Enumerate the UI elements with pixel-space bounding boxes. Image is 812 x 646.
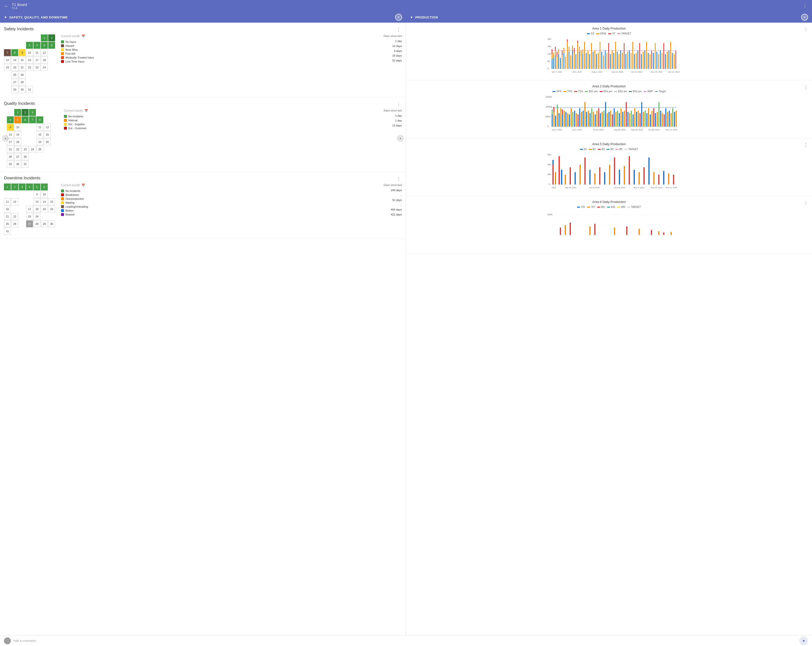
mti-days: 16 days xyxy=(382,53,402,58)
svg-rect-76 xyxy=(638,50,638,69)
svg-rect-151 xyxy=(609,112,609,127)
cal-cell-30: 30 xyxy=(19,86,26,93)
cal-cell-17: 17 xyxy=(34,56,40,64)
chevron-down-icon-right: ▼ xyxy=(410,15,413,19)
quality-more-button[interactable]: ⋮ xyxy=(395,101,402,108)
svg-rect-44 xyxy=(582,49,583,54)
a5-b2: B2 xyxy=(589,148,596,151)
downtime-more-button[interactable]: ⋮ xyxy=(395,176,402,182)
ext-supplier-label: Ext - Supplier xyxy=(69,123,85,126)
downtime-legend: Current month 📅 No incidents Breakdown O… xyxy=(59,183,378,217)
svg-rect-147 xyxy=(601,112,603,127)
801-color xyxy=(597,207,600,208)
b5-color xyxy=(615,149,618,150)
ext-customer-days: 11 days xyxy=(382,123,402,128)
safety-month-selector[interactable]: Current month 📅 xyxy=(61,34,378,38)
top-bar: ← T1 Board T1-8 ⋮ xyxy=(0,0,812,12)
cal-cell-6: 6 xyxy=(48,42,55,49)
svg-rect-247 xyxy=(569,222,571,235)
legend-hazard: Hazard xyxy=(61,44,378,47)
area2-more-button[interactable]: ⋮ xyxy=(804,84,808,90)
safety-days-since: Days since last 1 day 12 days 3 days 16 … xyxy=(382,34,402,63)
svg-rect-75 xyxy=(636,53,636,69)
ext-supplier-days: 1 day xyxy=(382,118,402,123)
area2-legend: OPS TPD TSS BS1 am BS1 pm xyxy=(410,90,808,93)
waiting-color xyxy=(61,201,64,204)
cal-cell-8: 8 xyxy=(11,49,18,56)
svg-rect-49 xyxy=(591,43,592,69)
svg-rect-208 xyxy=(555,172,556,184)
qcal-28: 28 xyxy=(21,153,29,160)
svg-rect-95 xyxy=(670,42,671,69)
area1-more-button[interactable]: ⋮ xyxy=(804,27,808,32)
qcal-18: 18 xyxy=(14,139,21,145)
cal-empty xyxy=(51,161,58,168)
add-comment-label[interactable]: Add a comment xyxy=(13,639,36,643)
dcal-15: 15 xyxy=(48,198,55,205)
a2-tpd: TPD xyxy=(563,90,572,93)
safety-more-button[interactable]: ⋮ xyxy=(395,27,402,33)
area1-chart: 200 150 100 50 0 xyxy=(410,37,808,76)
add-left-button[interactable]: + xyxy=(395,14,402,21)
cal-empty xyxy=(29,139,36,145)
quality-next-button[interactable]: › xyxy=(397,135,404,142)
cal-empty xyxy=(19,42,26,49)
cal-cell-28: 28 xyxy=(19,79,26,85)
svg-rect-51 xyxy=(594,50,595,69)
svg-rect-224 xyxy=(629,156,630,184)
842-color xyxy=(607,207,610,208)
svg-rect-83 xyxy=(650,54,650,69)
svg-rect-231 xyxy=(663,171,664,184)
cal-cell-12: 12 xyxy=(41,49,48,56)
svg-rect-227 xyxy=(643,167,645,184)
motion-label: Motion xyxy=(66,209,73,212)
svg-rect-66 xyxy=(620,50,621,69)
qcal-11: 11 xyxy=(37,124,43,131)
cal-cell-29: 29 xyxy=(11,86,18,93)
quality-days-since: Days since last 1 day 1 day 11 days xyxy=(382,109,402,128)
svg-text:200: 200 xyxy=(548,173,551,176)
legend-no-incidents-d: No incidents xyxy=(61,189,378,192)
svg-rect-177 xyxy=(653,108,654,127)
right-panel: Area 1 Daily Production ⋮ G3 GP65 XT xyxy=(406,23,812,645)
cal-cell-23: 23 xyxy=(34,64,40,71)
svg-rect-131 xyxy=(574,111,575,127)
cal-empty xyxy=(37,109,43,116)
svg-rect-219 xyxy=(604,172,605,184)
add-right-button[interactable]: + xyxy=(801,14,808,21)
svg-rect-114 xyxy=(552,114,553,127)
cal-empty xyxy=(48,191,55,198)
back-button[interactable]: ← xyxy=(4,3,9,9)
quality-days-values: 1 day 1 day 11 days xyxy=(382,113,402,128)
svg-rect-69 xyxy=(626,54,626,69)
dcal-21: 21 xyxy=(4,213,11,220)
downtime-month-selector[interactable]: Current month 📅 xyxy=(61,183,378,187)
dcal-4: 4 xyxy=(26,183,33,190)
area6-more-button[interactable]: ⋮ xyxy=(804,200,808,206)
svg-text:600: 600 xyxy=(548,154,551,156)
svg-rect-209 xyxy=(559,156,560,184)
left-section-title: SAFETY, QUALITY, AND DOWNTIME xyxy=(9,15,68,19)
ops-label: OPS xyxy=(556,90,562,93)
svg-rect-161 xyxy=(626,102,627,127)
quality-month-selector[interactable]: Current month 📅 xyxy=(64,109,378,113)
svg-rect-157 xyxy=(619,113,620,127)
send-button[interactable]: ➤ xyxy=(799,637,808,645)
svg-rect-116 xyxy=(553,112,554,127)
svg-rect-50 xyxy=(593,52,594,69)
quality-prev-button[interactable]: ‹ xyxy=(2,135,9,142)
tss-label: TSS xyxy=(578,90,583,93)
a6-target-color xyxy=(627,207,630,207)
svg-rect-170 xyxy=(641,102,642,127)
legend-internal: Internal xyxy=(64,119,378,122)
area5-more-button[interactable]: ⋮ xyxy=(804,142,808,148)
svg-text:3000: 3000 xyxy=(548,213,553,216)
legend-breakdown: Breakdown xyxy=(61,193,378,196)
svg-rect-42 xyxy=(581,50,582,69)
850-label: 850 xyxy=(621,206,625,208)
right-section-title: PRODUCTION xyxy=(415,15,438,19)
svg-text:Jul 8, 2022: Jul 8, 2022 xyxy=(572,71,582,73)
top-more-button[interactable]: ⋮ xyxy=(802,3,808,9)
svg-rect-27 xyxy=(565,56,566,69)
near-miss-days: 12 days xyxy=(382,44,402,49)
